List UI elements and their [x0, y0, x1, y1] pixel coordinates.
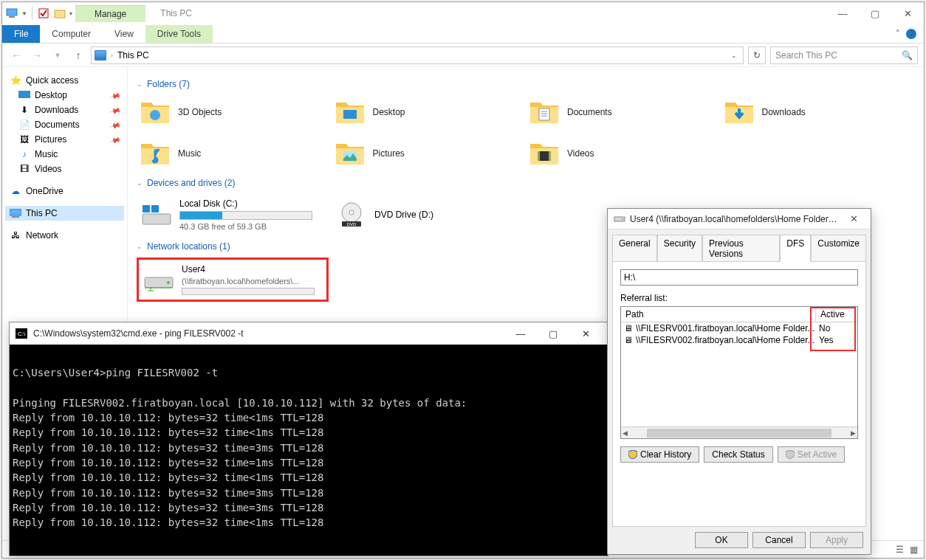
tab-security[interactable]: Security — [657, 235, 702, 262]
cmd-close-button[interactable]: ✕ — [569, 323, 602, 344]
tab-dfs[interactable]: DFS — [780, 235, 811, 262]
props-titlebar[interactable]: User4 (\\firatboyan.local\homefolders\Ho… — [608, 209, 871, 229]
drive-localdisk-c[interactable]: Local Disk (C:) 40.3 GB free of 59.3 GB — [137, 194, 317, 235]
drive-dvd-d[interactable]: DVD DVD Drive (D:) — [332, 194, 438, 235]
apply-button: Apply — [810, 532, 863, 548]
minimize-button[interactable]: — — [826, 3, 859, 24]
ribbon-tab-view[interactable]: View — [103, 25, 145, 43]
folder-3dobjects[interactable]: 3D Objects — [137, 95, 332, 129]
tree-music[interactable]: ♪Music — [5, 147, 124, 162]
qat-thispc-icon[interactable] — [5, 7, 18, 20]
ribbon-context-manage[interactable]: Manage — [75, 5, 145, 22]
tab-customize[interactable]: Customize — [811, 235, 866, 262]
qat-newfolder-icon[interactable] — [53, 7, 66, 20]
props-pane-dfs: Referral list: Path Active 🖥\\FILESRV001… — [612, 261, 866, 527]
referral-row[interactable]: 🖥\\FILESRV001.firatboyan.local\Home Fold… — [621, 322, 857, 334]
qat-customize-icon[interactable]: ▾ — [69, 10, 72, 17]
network-drive-user4[interactable]: User4 (\\firatboyan.local\homefolders\..… — [137, 257, 329, 302]
svg-rect-18 — [143, 205, 150, 212]
cmd-minimize-button[interactable]: — — [504, 323, 537, 344]
folder-icon — [724, 98, 755, 126]
svg-rect-15 — [538, 151, 540, 161]
ribbon-file-tab[interactable]: File — [2, 25, 40, 43]
tab-previous-versions[interactable]: Previous Versions — [702, 235, 780, 262]
view-details-icon[interactable]: ☰ — [896, 545, 904, 555]
ribbon-tab-computer[interactable]: Computer — [40, 25, 103, 43]
tree-documents[interactable]: 📄Documents📌 — [5, 117, 124, 132]
dvd-icon: DVD — [336, 202, 367, 227]
clear-history-button[interactable]: Clear History — [620, 446, 699, 463]
folder-downloads[interactable]: Downloads — [721, 95, 916, 129]
drive-label: DVD Drive (D:) — [374, 210, 433, 220]
tree-network[interactable]: 🖧Network — [5, 228, 124, 243]
svg-rect-5 — [10, 209, 21, 215]
nav-up-button[interactable]: ↑ — [70, 47, 86, 63]
chevron-down-icon: ⌄ — [137, 80, 143, 88]
folder-videos[interactable]: Videos — [526, 136, 721, 170]
ribbon-tab-drivetools[interactable]: Drive Tools — [145, 25, 213, 43]
folder-icon — [335, 98, 366, 126]
folder-icon — [529, 98, 560, 126]
ok-button[interactable]: OK — [695, 532, 748, 548]
props-title-text: User4 (\\firatboyan.local\homefolders\Ho… — [630, 214, 838, 224]
tree-desktop[interactable]: Desktop📌 — [5, 88, 124, 103]
maximize-button[interactable]: ▢ — [859, 3, 891, 24]
close-button[interactable]: ✕ — [891, 3, 924, 24]
qat-properties-icon[interactable] — [37, 7, 50, 20]
svg-rect-3 — [55, 10, 65, 18]
tree-onedrive[interactable]: ☁OneDrive — [5, 184, 124, 198]
qat-dropdown-icon[interactable]: ▼ — [21, 10, 27, 17]
folder-documents[interactable]: Documents — [526, 95, 721, 129]
col-path[interactable]: Path — [621, 307, 816, 322]
tree-quick-access[interactable]: ⭐Quick access — [5, 73, 124, 88]
tree-videos[interactable]: 🎞Videos — [5, 162, 124, 176]
address-bar[interactable]: › This PC ⌄ — [91, 46, 744, 64]
help-icon[interactable]: ? — [906, 29, 916, 39]
svg-rect-9 — [539, 108, 549, 120]
tree-downloads[interactable]: ⬇Downloads📌 — [5, 103, 124, 117]
section-folders[interactable]: ⌄Folders (7) — [137, 79, 915, 89]
documents-icon: 📄 — [18, 120, 30, 130]
ribbon-collapse-icon[interactable]: ˄ — [896, 29, 900, 38]
netloc-usage-bar — [182, 288, 315, 295]
section-drives[interactable]: ⌄Devices and drives (2) — [137, 178, 915, 188]
nav-back-button[interactable]: ← — [8, 47, 24, 63]
folder-desktop[interactable]: Desktop — [332, 95, 527, 129]
titlebar: ▼ ▾ Manage This PC — ▢ ✕ — [2, 2, 924, 24]
cmd-titlebar[interactable]: C:\ C:\Windows\system32\cmd.exe - ping F… — [10, 322, 608, 345]
properties-dialog: User4 (\\firatboyan.local\homefolders\Ho… — [607, 208, 871, 555]
network-drive-icon — [614, 214, 625, 224]
cmd-window: C:\ C:\Windows\system32\cmd.exe - ping F… — [9, 322, 608, 556]
svg-rect-6 — [12, 216, 19, 218]
folder-pictures[interactable]: Pictures — [332, 136, 527, 170]
tab-general[interactable]: General — [612, 235, 657, 262]
svg-point-28 — [622, 218, 623, 220]
referral-row[interactable]: 🖥\\FILESRV002.firatboyan.local\Home Fold… — [621, 334, 857, 346]
check-status-button[interactable]: Check Status — [704, 446, 772, 463]
svg-rect-16 — [549, 151, 551, 161]
folder-music[interactable]: Music — [137, 136, 332, 170]
harddrive-icon — [141, 202, 172, 227]
dfs-path-input[interactable] — [620, 269, 858, 286]
refresh-button[interactable]: ↻ — [748, 46, 766, 64]
nav-forward-button[interactable]: → — [29, 47, 45, 63]
horizontal-scrollbar[interactable]: ◀▶ — [621, 426, 857, 438]
netloc-label: User4 — [182, 264, 315, 274]
svg-rect-4 — [18, 91, 30, 98]
svg-rect-17 — [143, 214, 171, 224]
cmd-output[interactable]: C:\Users\User4>ping FILESRV002 -t Pingin… — [10, 345, 608, 556]
props-close-button[interactable]: ✕ — [843, 213, 865, 224]
nav-recent-dropdown[interactable]: ▼ — [49, 47, 66, 63]
folder-icon — [140, 139, 171, 167]
tree-this-pc[interactable]: This PC — [5, 206, 124, 221]
cancel-button[interactable]: Cancel — [752, 532, 806, 548]
search-input[interactable]: Search This PC 🔍 — [770, 46, 918, 64]
address-dropdown-icon[interactable]: ⌄ — [727, 52, 740, 59]
cmd-maximize-button[interactable]: ▢ — [537, 323, 569, 344]
view-largeicons-icon[interactable]: ▦ — [910, 545, 918, 555]
referral-list[interactable]: Path Active 🖥\\FILESRV001.firatboyan.loc… — [620, 306, 858, 439]
tree-pictures[interactable]: 🖼Pictures📌 — [5, 132, 124, 147]
cmd-icon: C:\ — [16, 328, 27, 339]
drive-usage-bar — [179, 211, 312, 220]
col-active[interactable]: Active — [816, 307, 857, 322]
